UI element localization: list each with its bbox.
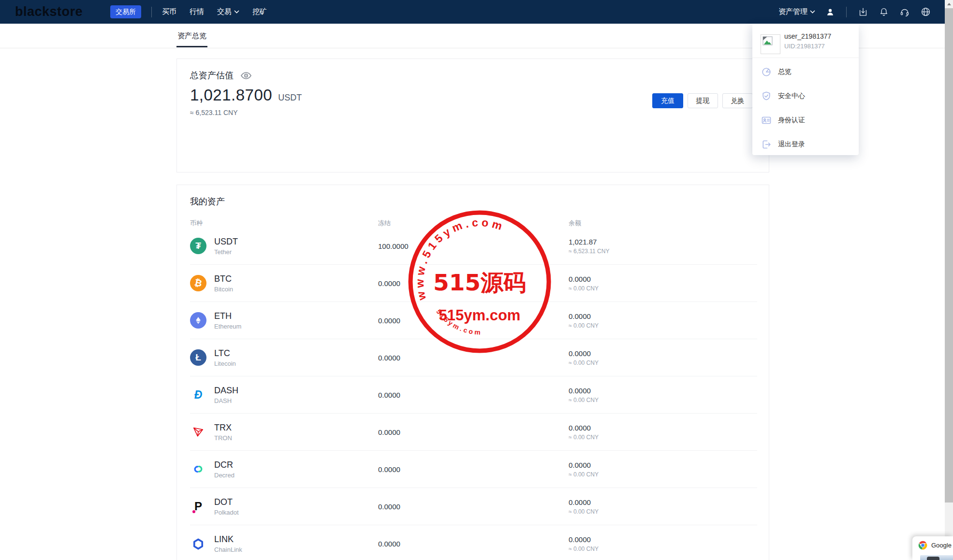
coin-name: Tether [214, 248, 238, 256]
menu-item-label: 退出登录 [778, 140, 805, 149]
scrollbar[interactable] [945, 0, 953, 560]
balance-cny: ≈ 0.00 CNY [569, 397, 757, 403]
table-row[interactable]: ₿ BTC Bitcoin 0.0000 0.0000 ≈ 0.00 CNY [190, 265, 757, 302]
menu-item-label: 总览 [778, 68, 792, 76]
table-row[interactable]: ₮ USDT Tether 100.0000 1,021.87 ≈ 6,523.… [190, 228, 757, 265]
popup-label: Google C [931, 542, 953, 549]
browser-notification-popup[interactable]: Google C [912, 536, 953, 560]
balance-cny: ≈ 6,523.11 CNY [569, 248, 757, 255]
coin-name: TRON [214, 434, 232, 442]
table-row[interactable]: P DOT Polkadot 0.0000 0.0000 ≈ 0.00 CNY [190, 488, 757, 525]
eth-icon [190, 312, 206, 329]
user-dropdown-panel: user_21981377 UID:21981377 总览 安全中心 [752, 24, 859, 155]
user-uid: UID:21981377 [784, 43, 825, 50]
bell-icon[interactable] [879, 7, 889, 17]
menu-item-label: 安全中心 [778, 92, 805, 101]
chrome-icon [918, 541, 927, 550]
table-row[interactable]: LINK ChainLink 0.0000 0.0000 ≈ 0.00 CNY [190, 525, 757, 560]
my-assets-card: 我的资产 币种 冻结 余额 ₮ USDT Tether 100.0000 1,0… [176, 185, 769, 560]
scrollbar-up-arrow-icon[interactable] [945, 0, 953, 8]
dcr-icon [190, 461, 206, 477]
my-assets-title: 我的资产 [190, 196, 769, 207]
total-amount: 1,021.8700 [190, 86, 272, 104]
table-row[interactable]: Đ DASH DASH 0.0000 0.0000 ≈ 0.00 CNY [190, 376, 757, 414]
overview-pie-icon [761, 67, 772, 77]
total-amount-cny: ≈ 6,523.11 CNY [190, 109, 769, 116]
table-row[interactable]: TRX TRON 0.0000 0.0000 ≈ 0.00 CNY [190, 414, 757, 451]
nav-item-buy[interactable]: 买币 [162, 7, 176, 16]
brand-logo: blackstore [15, 4, 83, 19]
menu-item-security-center[interactable]: 安全中心 [752, 84, 859, 108]
table-row[interactable]: Ł LTC Litecoin 0.0000 0.0000 ≈ 0.00 CNY [190, 339, 757, 376]
table-row[interactable]: DCR Decred 0.0000 0.0000 ≈ 0.00 CNY [190, 451, 757, 488]
coin-name: Litecoin [214, 360, 236, 367]
balance-value: 0.0000 [569, 275, 757, 283]
exchange-button[interactable]: 交易所 [110, 5, 141, 18]
col-header-coin: 币种 [190, 219, 378, 228]
coin-symbol: ETH [214, 311, 241, 321]
menu-item-overview[interactable]: 总览 [752, 60, 859, 84]
menu-item-logout[interactable]: 退出登录 [752, 132, 859, 157]
frozen-value: 0.0000 [378, 279, 569, 287]
popup-thumbnail [920, 555, 953, 560]
link-icon [190, 536, 206, 552]
broken-image-icon [762, 36, 773, 45]
scrollbar-thumb[interactable] [945, 8, 953, 503]
balance-value: 0.0000 [569, 312, 757, 320]
coin-symbol: DASH [214, 386, 238, 396]
top-navbar: blackstore 交易所 买币 行情 交易 挖矿 资产管理 [0, 0, 945, 24]
frozen-value: 100.0000 [378, 242, 569, 250]
tab-asset-overview[interactable]: 资产总览 [176, 24, 207, 48]
total-amount-currency: USDT [278, 93, 302, 103]
coin-name: DASH [214, 397, 238, 404]
exchange-convert-button[interactable]: 兑换 [722, 93, 753, 108]
balance-value: 0.0000 [569, 387, 757, 395]
balance-value: 0.0000 [569, 424, 757, 432]
chevron-down-icon [234, 10, 239, 14]
frozen-value: 0.0000 [378, 316, 569, 325]
menu-item-label: 身份认证 [778, 116, 805, 125]
col-header-balance: 余额 [569, 219, 757, 228]
menu-item-identity-verification[interactable]: 身份认证 [752, 108, 859, 132]
balance-cny: ≈ 0.00 CNY [569, 322, 757, 329]
coin-symbol: LTC [214, 348, 236, 359]
coin-name: Ethereum [214, 323, 241, 330]
frozen-value: 0.0000 [378, 428, 569, 436]
coin-symbol: USDT [214, 237, 238, 247]
nav-divider [151, 7, 152, 17]
frozen-value: 0.0000 [378, 503, 569, 511]
coin-symbol: LINK [214, 534, 242, 545]
frozen-value: 0.0000 [378, 465, 569, 474]
balance-cny: ≈ 0.00 CNY [569, 359, 757, 366]
coin-name: Polkadot [214, 509, 239, 516]
usdt-icon: ₮ [190, 238, 206, 254]
deposit-button[interactable]: 充值 [652, 93, 683, 108]
balance-value: 0.0000 [569, 535, 757, 544]
asset-management-menu[interactable]: 资产管理 [778, 7, 815, 16]
coin-symbol: TRX [214, 423, 232, 433]
balance-cny: ≈ 0.00 CNY [569, 285, 757, 292]
balance-cny: ≈ 0.00 CNY [569, 508, 757, 515]
nav-item-markets[interactable]: 行情 [190, 7, 204, 16]
globe-icon[interactable] [920, 6, 931, 17]
balance-cny: ≈ 0.00 CNY [569, 434, 757, 441]
headset-icon[interactable] [899, 7, 910, 17]
balance-value: 0.0000 [569, 349, 757, 358]
balance-value: 1,021.87 [569, 238, 757, 246]
user-icon[interactable] [825, 7, 835, 17]
col-header-frozen: 冻结 [378, 219, 569, 228]
nav-divider [846, 7, 847, 17]
withdraw-button[interactable]: 提现 [688, 93, 718, 108]
balance-value: 0.0000 [569, 498, 757, 506]
total-assets-title: 总资产估值 [190, 70, 234, 81]
nav-item-trade[interactable]: 交易 [217, 7, 239, 16]
coin-name: Decred [214, 472, 235, 479]
nav-item-mining[interactable]: 挖矿 [252, 7, 267, 16]
download-icon[interactable] [858, 7, 868, 17]
identity-card-icon [761, 115, 772, 126]
coin-name: Bitcoin [214, 286, 233, 293]
username: user_21981377 [784, 32, 831, 40]
table-row[interactable]: ETH Ethereum 0.0000 0.0000 ≈ 0.00 CNY [190, 302, 757, 339]
frozen-value: 0.0000 [378, 540, 569, 548]
eye-icon[interactable] [240, 72, 252, 80]
